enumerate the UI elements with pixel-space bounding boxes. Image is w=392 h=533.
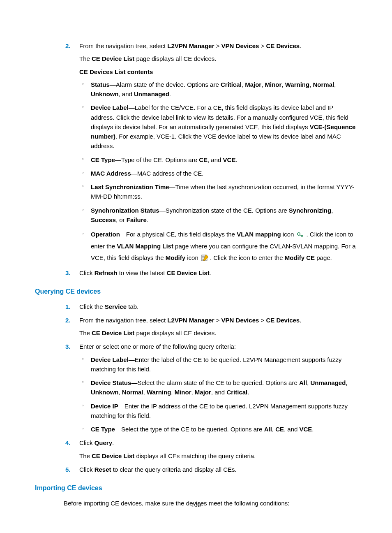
text: , bbox=[334, 81, 336, 88]
bold: VLAN mapping bbox=[237, 231, 281, 238]
bold: Major bbox=[195, 389, 211, 396]
step-number: 2. bbox=[65, 315, 71, 325]
text: —Type of the CE. Options are bbox=[115, 156, 199, 163]
text: , and bbox=[119, 90, 134, 97]
step-2: 2. From the navigation tree, select L2VP… bbox=[35, 315, 357, 338]
text: > bbox=[259, 42, 266, 49]
step-list-1: 2. From the navigation tree, select L2VP… bbox=[35, 41, 357, 278]
text: . For example, VCE-1. Click the VCE devi… bbox=[91, 133, 341, 149]
step-number: 5. bbox=[65, 465, 71, 474]
page-number: 100 bbox=[0, 501, 392, 510]
text: Click bbox=[79, 466, 95, 473]
bold: VCE bbox=[223, 156, 236, 163]
step-1: 1. Click the Service tab. bbox=[35, 302, 357, 311]
step-text: Click Query. bbox=[79, 438, 357, 447]
step-text: Click Reset to clear the query criteria … bbox=[79, 465, 357, 474]
bold: Failure bbox=[127, 216, 147, 223]
text: > bbox=[214, 317, 221, 324]
text: , bbox=[261, 81, 265, 88]
bold: Modify CE bbox=[285, 254, 315, 261]
text: , bbox=[143, 389, 147, 396]
text: icon bbox=[281, 231, 296, 238]
step-2: 2. From the navigation tree, select L2VP… bbox=[35, 41, 357, 264]
text: . bbox=[147, 216, 148, 223]
bold: Success bbox=[91, 216, 116, 223]
step-text: The CE Device List page displays all CE … bbox=[79, 54, 357, 63]
text: The bbox=[79, 452, 92, 459]
text: The bbox=[79, 55, 92, 62]
step-number: 3. bbox=[65, 268, 71, 278]
bold: Status bbox=[91, 81, 110, 88]
text: —MAC address of the CE. bbox=[131, 170, 204, 177]
bold: VLAN Mapping List bbox=[117, 243, 173, 250]
bold: Refresh bbox=[95, 269, 118, 276]
text: —Select the alarm state of the CE to be … bbox=[131, 379, 299, 386]
text: , bbox=[281, 81, 285, 88]
bold: Device IP bbox=[91, 403, 118, 410]
bold: Unmanaged bbox=[310, 379, 346, 386]
bold: Warning bbox=[285, 81, 309, 88]
step-3: 3. Click Refresh to view the latest CE D… bbox=[35, 268, 357, 278]
text: . bbox=[210, 269, 211, 276]
bold: Last Synchronization Time bbox=[91, 183, 169, 190]
text: . bbox=[112, 439, 114, 446]
text: Click bbox=[79, 269, 95, 276]
bold: Modify bbox=[166, 254, 185, 261]
nav-item: CE Devices bbox=[266, 317, 300, 324]
text: page displays all CE devices. bbox=[134, 329, 216, 336]
list-item: Status—Alarm state of the device. Option… bbox=[79, 80, 357, 99]
text: , bbox=[242, 81, 245, 88]
list-item: CE Type—Type of the CE. Options are CE, … bbox=[79, 155, 357, 165]
step-text: Click the Service tab. bbox=[79, 302, 357, 311]
text: , bbox=[171, 389, 174, 396]
text: displays all CEs matching the query crit… bbox=[134, 452, 256, 459]
bold: Synchronizing bbox=[289, 207, 331, 214]
modify-icon bbox=[201, 254, 209, 261]
bold: Synchronization Status bbox=[91, 207, 159, 214]
heading-importing-ce-devices: Importing CE devices bbox=[35, 483, 357, 494]
text: From the navigation tree, select bbox=[79, 42, 167, 49]
text: Click bbox=[79, 439, 95, 446]
step-text: The CE Device List displays all CEs matc… bbox=[79, 451, 357, 461]
bold: Operation bbox=[91, 231, 120, 238]
list-item: Last Synchronization Time—Time when the … bbox=[79, 182, 357, 202]
list-item: Device IP—Enter the IP address of the CE… bbox=[79, 401, 357, 421]
text: > bbox=[214, 42, 221, 49]
bold: CE bbox=[275, 426, 284, 433]
bold: All bbox=[299, 379, 307, 386]
step-number: 1. bbox=[65, 302, 71, 311]
bold: CE bbox=[199, 156, 208, 163]
bullet-list: Device Label—Enter the label of the CE t… bbox=[79, 355, 357, 434]
step-number: 4. bbox=[65, 438, 71, 447]
text: —For a physical CE, this field displays … bbox=[120, 231, 237, 238]
text: to view the latest bbox=[118, 269, 167, 276]
bold: CE Type bbox=[91, 426, 115, 433]
nav-item: L2VPN Manager bbox=[167, 42, 214, 49]
bold: Device Label bbox=[91, 104, 129, 111]
text: > bbox=[259, 317, 266, 324]
bold: CE Devices List contents bbox=[79, 68, 153, 75]
text: , and bbox=[208, 156, 223, 163]
text: From the navigation tree, select bbox=[79, 317, 167, 324]
list-item: Device Label—Enter the label of the CE t… bbox=[79, 355, 357, 374]
list-item: Synchronization Status—Synchronization s… bbox=[79, 206, 357, 225]
bold: Minor bbox=[265, 81, 282, 88]
bold: Unmanaged bbox=[134, 90, 169, 97]
text: to clear the query criteria and display … bbox=[111, 466, 237, 473]
step-text: From the navigation tree, select L2VPN M… bbox=[79, 315, 357, 325]
sublist-heading: CE Devices List contents bbox=[79, 67, 357, 76]
text: page displays all CE devices. bbox=[134, 55, 216, 62]
list-item: Device Label—Label for the CE/VCE. For a… bbox=[79, 103, 357, 151]
list-item: CE Type—Select the type of the CE to be … bbox=[79, 424, 357, 434]
svg-point-1 bbox=[301, 235, 302, 237]
list-item: Device Status—Select the alarm state of … bbox=[79, 378, 357, 397]
text: , and bbox=[284, 426, 300, 433]
text: , or bbox=[116, 216, 127, 223]
step-4: 4. Click Query. The CE Device List displ… bbox=[35, 438, 357, 461]
text: . bbox=[235, 156, 237, 163]
bold: CE Device List bbox=[167, 269, 210, 276]
text: —Enter the label of the CE to be queried… bbox=[91, 356, 341, 373]
text: Click the bbox=[79, 303, 105, 310]
bold: Reset bbox=[95, 466, 111, 473]
vlan-mapping-icon bbox=[297, 232, 306, 238]
